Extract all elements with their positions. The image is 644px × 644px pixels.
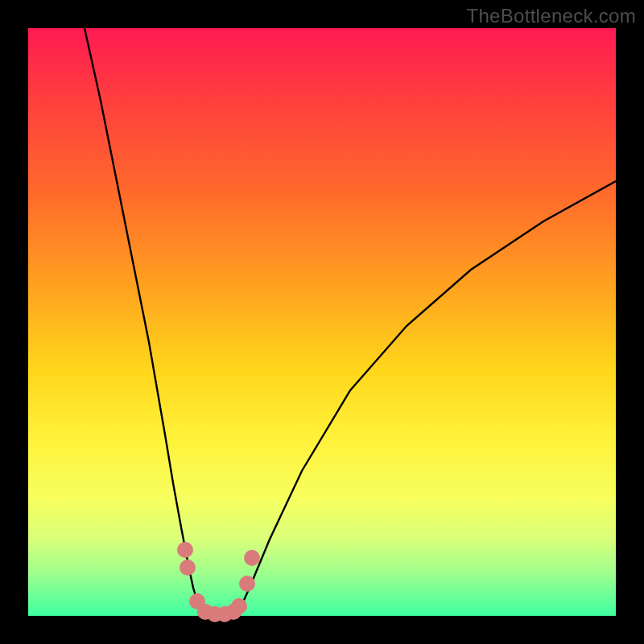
valley-marker bbox=[180, 559, 196, 576]
valley-marker bbox=[239, 576, 255, 592]
bottleneck-curve bbox=[28, 28, 616, 616]
curve-path bbox=[85, 28, 616, 616]
valley-markers bbox=[177, 542, 260, 622]
chart-frame: TheBottleneck.com bbox=[0, 0, 644, 644]
watermark-text: TheBottleneck.com bbox=[466, 5, 636, 27]
valley-marker bbox=[231, 598, 247, 614]
valley-marker bbox=[177, 542, 193, 558]
plot-area bbox=[28, 28, 616, 616]
valley-marker bbox=[244, 550, 260, 566]
